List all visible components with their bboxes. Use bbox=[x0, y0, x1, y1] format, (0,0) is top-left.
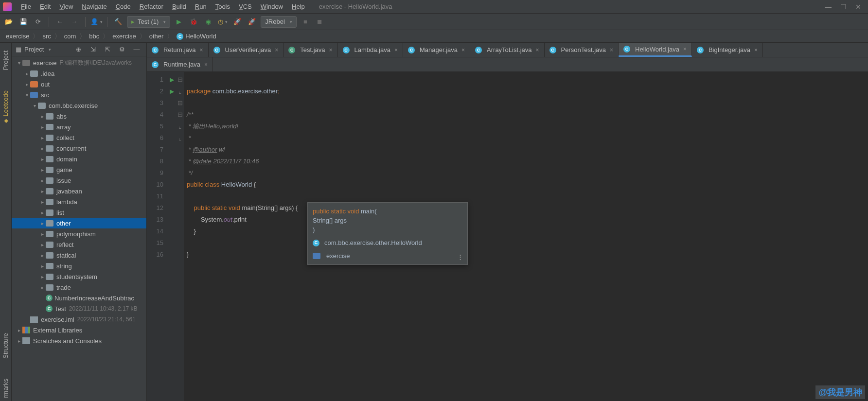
run-config-dropdown[interactable]: ▸Test (1)▾ bbox=[127, 16, 170, 28]
more-icon[interactable]: ⋮ bbox=[457, 252, 463, 262]
tree-dir-string[interactable]: ▸string bbox=[12, 261, 146, 271]
forward-icon[interactable]: → bbox=[69, 16, 80, 28]
hammer-icon[interactable]: 🔨 bbox=[112, 16, 124, 28]
tab-BigInteger-java[interactable]: CBigInteger.java× bbox=[692, 43, 763, 57]
tree-dir-reflect[interactable]: ▸reflect bbox=[12, 239, 146, 250]
menu-tools[interactable]: Tools bbox=[211, 3, 234, 10]
hide-icon[interactable]: — bbox=[131, 44, 142, 55]
tab-close-icon[interactable]: × bbox=[329, 47, 332, 53]
menu-window[interactable]: Window bbox=[256, 3, 287, 10]
tree-idea[interactable]: ▸.idea bbox=[12, 68, 146, 79]
tab-close-icon[interactable]: × bbox=[204, 61, 208, 68]
tree-src[interactable]: ▾src bbox=[12, 89, 146, 100]
tab-close-icon[interactable]: × bbox=[394, 47, 398, 53]
crumb-com[interactable]: com bbox=[63, 33, 77, 40]
menu-vcs[interactable]: VCS bbox=[234, 3, 256, 10]
code-content[interactable]: package com.bbc.exercise.other; /** * 输出… bbox=[184, 72, 868, 401]
rail-bookmarks[interactable]: rmarks bbox=[2, 376, 9, 401]
crumb-bbc[interactable]: bbc bbox=[88, 33, 100, 40]
crumb-HelloWorld[interactable]: CHelloWorld bbox=[176, 33, 217, 40]
menu-help[interactable]: Help bbox=[287, 3, 309, 10]
user-icon[interactable]: 👤▾ bbox=[90, 16, 102, 28]
rail-project[interactable]: Project bbox=[2, 48, 9, 73]
tab-close-icon[interactable]: × bbox=[683, 46, 687, 52]
tree-dir-list[interactable]: ▸list bbox=[12, 207, 146, 218]
menu-code[interactable]: Code bbox=[111, 3, 135, 10]
stop-icon[interactable]: ■ bbox=[300, 16, 311, 28]
menu-navigate[interactable]: Navigate bbox=[77, 3, 111, 10]
exit-icon[interactable]: ⏹ bbox=[314, 16, 326, 28]
tree-dir-polymorphism[interactable]: ▸polymorphism bbox=[12, 228, 146, 239]
tooltip-class-path[interactable]: com.bbc.exercise.other.HelloWorld bbox=[324, 238, 422, 247]
menu-file[interactable]: File bbox=[17, 3, 35, 10]
close-icon[interactable]: ✕ bbox=[855, 3, 861, 11]
crumb-exercise[interactable]: exercise bbox=[111, 33, 137, 40]
sync-icon[interactable]: ⟳ bbox=[32, 16, 44, 28]
menu-edit[interactable]: Edit bbox=[35, 3, 55, 10]
project-tree[interactable]: ▾exerciseF:\编程数据\IDE\Java\works▸.idea▸ou… bbox=[12, 56, 146, 401]
tree-dir-concurrent[interactable]: ▸concurrent bbox=[12, 143, 146, 154]
tree-dir-game[interactable]: ▸game bbox=[12, 164, 146, 175]
tab-Lambda-java[interactable]: CLambda.java× bbox=[338, 43, 403, 57]
tree-dir-array[interactable]: ▸array bbox=[12, 122, 146, 132]
tab-close-icon[interactable]: × bbox=[536, 47, 539, 53]
coverage-icon[interactable]: ◉ bbox=[202, 16, 214, 28]
menu-refactor[interactable]: Refactor bbox=[135, 3, 168, 10]
tab-UserVerifier-java[interactable]: CUserVerifier.java× bbox=[209, 43, 284, 57]
tree-class-Test[interactable]: CTest2022/11/11 10:43, 2.17 kB bbox=[12, 303, 146, 314]
tab-close-icon[interactable]: × bbox=[461, 47, 465, 53]
tab-close-icon[interactable]: × bbox=[610, 47, 613, 53]
tab-Test-java[interactable]: CTest.java× bbox=[283, 43, 337, 57]
tree-dir-javabean[interactable]: ▸javabean bbox=[12, 186, 146, 196]
tree-dir-collect[interactable]: ▸collect bbox=[12, 132, 146, 143]
back-icon[interactable]: ← bbox=[54, 16, 66, 28]
tab-close-icon[interactable]: × bbox=[754, 47, 758, 53]
jrebel-dropdown[interactable]: JRebel▾ bbox=[261, 16, 296, 28]
debug-icon[interactable]: 🐞 bbox=[188, 16, 199, 28]
select-opened-icon[interactable]: ⊕ bbox=[72, 44, 84, 55]
code-editor[interactable]: 12345678910111213141516 ▶▶ ⊟⌞⊟⊟⌞⌞ packag… bbox=[147, 72, 868, 401]
tab-ArrayToList-java[interactable]: CArrayToList.java× bbox=[470, 43, 545, 57]
tab-close-icon[interactable]: × bbox=[275, 47, 278, 53]
menu-view[interactable]: View bbox=[55, 3, 77, 10]
tree-class-NumberIncreaseAndSubtrac[interactable]: CNumberIncreaseAndSubtrac bbox=[12, 293, 146, 303]
open-icon[interactable]: 📂 bbox=[3, 16, 15, 28]
tree-dir-issue[interactable]: ▸issue bbox=[12, 175, 146, 186]
profile-icon[interactable]: ◷▾ bbox=[217, 16, 229, 28]
run-icon[interactable]: ▶ bbox=[173, 16, 185, 28]
jrebel-debug-icon[interactable]: 🚀 bbox=[246, 16, 258, 28]
collapse-all-icon[interactable]: ⇱ bbox=[102, 44, 113, 55]
rail-structure[interactable]: Structure bbox=[2, 330, 9, 362]
tab-PersonTest-java[interactable]: CPersonTest.java× bbox=[545, 43, 619, 57]
menu-run[interactable]: Run bbox=[191, 3, 211, 10]
crumb-other[interactable]: other bbox=[148, 33, 165, 40]
settings-icon[interactable]: ⚙ bbox=[116, 44, 128, 55]
tab-close-icon[interactable]: × bbox=[199, 47, 203, 53]
tree-root[interactable]: ▾exerciseF:\编程数据\IDE\Java\works bbox=[12, 57, 146, 68]
tree-pkg[interactable]: ▾com.bbc.exercise bbox=[12, 100, 146, 111]
jrebel-run-icon[interactable]: 🚀 bbox=[231, 16, 243, 28]
tree-dir-abs[interactable]: ▸abs bbox=[12, 111, 146, 122]
minimize-icon[interactable]: — bbox=[825, 3, 832, 11]
tree-dir-lambda[interactable]: ▸lambda bbox=[12, 196, 146, 207]
tree-dir-other[interactable]: ▸other bbox=[12, 218, 146, 228]
maximize-icon[interactable]: ☐ bbox=[840, 3, 847, 11]
tree-dir-statical[interactable]: ▸statical bbox=[12, 250, 146, 261]
tab-HelloWorld-java[interactable]: CHelloWorld.java× bbox=[619, 43, 692, 57]
tree-scratches[interactable]: ▸Scratches and Consoles bbox=[12, 335, 146, 346]
tab-Manager-java[interactable]: CManager.java× bbox=[403, 43, 470, 57]
expand-all-icon[interactable]: ⇲ bbox=[87, 44, 99, 55]
tab-Runtime-java[interactable]: CRuntime.java× bbox=[147, 57, 213, 71]
tab-Return-java[interactable]: CReturn.java× bbox=[147, 43, 209, 57]
tree-extlibs[interactable]: ▸External Libraries bbox=[12, 325, 146, 335]
tree-dir-domain[interactable]: ▸domain bbox=[12, 154, 146, 164]
tree-out[interactable]: ▸out bbox=[12, 79, 146, 89]
rail-leetcode[interactable]: ◆ Leetcode bbox=[2, 87, 9, 127]
menu-build[interactable]: Build bbox=[168, 3, 191, 10]
tree-iml[interactable]: exercise.iml2022/10/23 21:14, 561 bbox=[12, 314, 146, 325]
crumb-src[interactable]: src bbox=[41, 33, 52, 40]
tooltip-module[interactable]: exercise bbox=[326, 251, 350, 261]
save-all-icon[interactable]: 💾 bbox=[18, 16, 29, 28]
sidebar-title[interactable]: Project bbox=[24, 46, 44, 53]
tree-dir-trade[interactable]: ▸trade bbox=[12, 282, 146, 293]
